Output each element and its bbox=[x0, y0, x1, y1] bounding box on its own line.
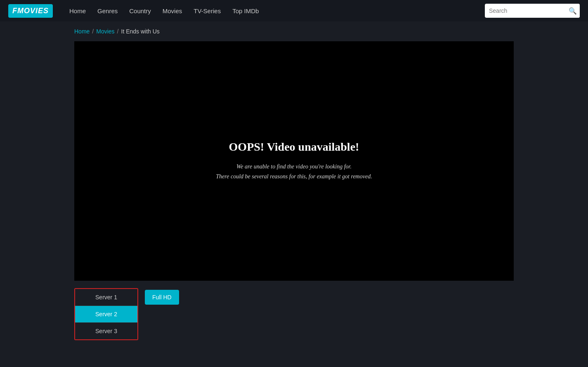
nav-country[interactable]: Country bbox=[129, 7, 151, 14]
main-content: OOPS! Video unavailable! We are unable t… bbox=[0, 41, 588, 340]
search-button[interactable]: 🔍 bbox=[565, 4, 580, 18]
breadcrumb-movies[interactable]: Movies bbox=[96, 28, 114, 35]
search-icon: 🔍 bbox=[569, 7, 577, 15]
video-player: OOPS! Video unavailable! We are unable t… bbox=[74, 41, 514, 281]
quality-badge[interactable]: Full HD bbox=[145, 290, 179, 305]
video-error-line1: We are unable to find the video you're l… bbox=[236, 163, 352, 170]
nav-topimdb[interactable]: Top IMDb bbox=[232, 7, 259, 14]
server-section: Server 1 Server 2 Server 3 Full HD bbox=[74, 288, 514, 340]
breadcrumb-sep1: / bbox=[92, 28, 94, 35]
breadcrumb-current: It Ends with Us bbox=[121, 28, 160, 35]
video-error-title: OOPS! Video unavailable! bbox=[229, 140, 359, 154]
nav-tvseries[interactable]: TV-Series bbox=[194, 7, 221, 14]
breadcrumb-sep2: / bbox=[117, 28, 119, 35]
nav-home[interactable]: Home bbox=[69, 7, 86, 14]
video-error-line2: There could be several reasons for this,… bbox=[216, 173, 372, 180]
main-nav: Home Genres Country Movies TV-Series Top… bbox=[69, 7, 472, 14]
nav-genres[interactable]: Genres bbox=[97, 7, 118, 14]
server-3-button[interactable]: Server 3 bbox=[75, 323, 137, 339]
breadcrumb-home[interactable]: Home bbox=[74, 28, 90, 35]
nav-movies[interactable]: Movies bbox=[163, 7, 182, 14]
server-2-button[interactable]: Server 2 bbox=[75, 306, 137, 323]
server-list: Server 1 Server 2 Server 3 bbox=[74, 288, 138, 340]
breadcrumb: Home / Movies / It Ends with Us bbox=[0, 21, 588, 41]
video-error-text: We are unable to find the video you're l… bbox=[216, 162, 372, 182]
server-1-button[interactable]: Server 1 bbox=[75, 289, 137, 306]
search-bar: 🔍 bbox=[485, 4, 580, 18]
site-logo[interactable]: FMOVIES bbox=[8, 4, 53, 18]
search-input[interactable] bbox=[485, 5, 565, 17]
